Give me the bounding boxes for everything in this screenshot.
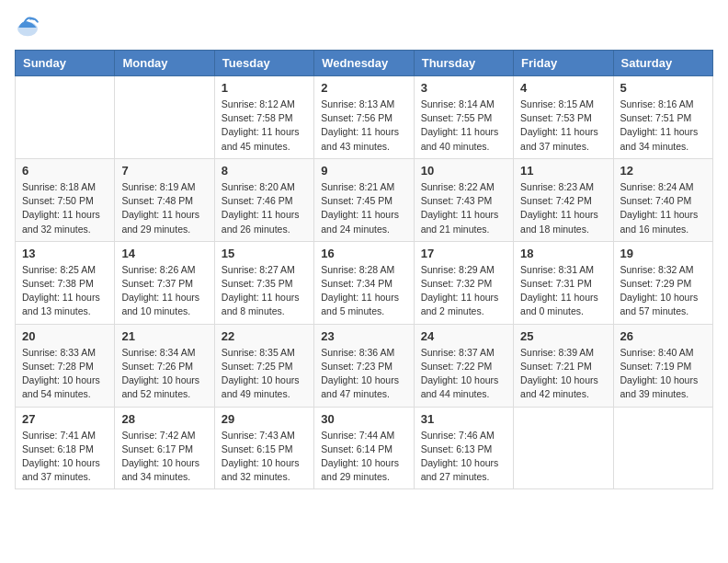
day-number: 9 xyxy=(321,164,406,178)
day-number: 13 xyxy=(22,247,108,260)
day-number: 22 xyxy=(222,329,307,343)
day-number: 4 xyxy=(520,81,606,95)
weekday-header-cell: Saturday xyxy=(613,51,712,76)
day-number: 1 xyxy=(222,81,307,95)
calendar-cell: 14Sunrise: 8:26 AMSunset: 7:37 PMDayligh… xyxy=(115,241,214,324)
cell-info: Sunrise: 8:29 AMSunset: 7:32 PMDaylight:… xyxy=(421,264,499,317)
day-number: 27 xyxy=(22,412,108,426)
calendar-cell xyxy=(16,76,115,159)
calendar-cell: 2Sunrise: 8:13 AMSunset: 7:56 PMDaylight… xyxy=(314,76,414,159)
calendar-cell: 4Sunrise: 8:15 AMSunset: 7:53 PMDaylight… xyxy=(514,76,613,159)
day-number: 16 xyxy=(321,247,406,260)
cell-info: Sunrise: 8:40 AMSunset: 7:19 PMDaylight:… xyxy=(620,347,699,400)
calendar-cell: 16Sunrise: 8:28 AMSunset: 7:34 PMDayligh… xyxy=(314,241,414,324)
cell-info: Sunrise: 7:46 AMSunset: 6:13 PMDaylight:… xyxy=(421,430,499,483)
calendar-cell: 27Sunrise: 7:41 AMSunset: 6:18 PMDayligh… xyxy=(16,407,115,489)
cell-info: Sunrise: 8:36 AMSunset: 7:23 PMDaylight:… xyxy=(321,347,399,400)
weekday-header-cell: Tuesday xyxy=(214,51,313,76)
calendar-cell: 21Sunrise: 8:34 AMSunset: 7:26 PMDayligh… xyxy=(115,324,214,407)
day-number: 25 xyxy=(520,329,606,343)
logo-icon xyxy=(15,15,40,40)
calendar-cell: 12Sunrise: 8:24 AMSunset: 7:40 PMDayligh… xyxy=(613,158,712,241)
day-number: 5 xyxy=(620,81,706,95)
weekday-header-cell: Monday xyxy=(115,51,214,76)
cell-info: Sunrise: 7:44 AMSunset: 6:14 PMDaylight:… xyxy=(321,430,399,483)
cell-info: Sunrise: 7:41 AMSunset: 6:18 PMDaylight:… xyxy=(22,430,100,483)
calendar-week-row: 6Sunrise: 8:18 AMSunset: 7:50 PMDaylight… xyxy=(16,158,713,241)
calendar-cell: 15Sunrise: 8:27 AMSunset: 7:35 PMDayligh… xyxy=(214,241,313,324)
calendar-cell xyxy=(613,407,712,489)
calendar-cell: 1Sunrise: 8:12 AMSunset: 7:58 PMDaylight… xyxy=(214,76,313,159)
cell-info: Sunrise: 7:42 AMSunset: 6:17 PMDaylight:… xyxy=(121,430,199,483)
calendar-cell: 24Sunrise: 8:37 AMSunset: 7:22 PMDayligh… xyxy=(414,324,513,407)
cell-info: Sunrise: 8:20 AMSunset: 7:46 PMDaylight:… xyxy=(222,181,300,235)
day-number: 10 xyxy=(421,164,506,178)
calendar-week-row: 20Sunrise: 8:33 AMSunset: 7:28 PMDayligh… xyxy=(16,324,713,407)
calendar-cell: 22Sunrise: 8:35 AMSunset: 7:25 PMDayligh… xyxy=(214,324,313,407)
calendar-cell: 23Sunrise: 8:36 AMSunset: 7:23 PMDayligh… xyxy=(314,324,414,407)
weekday-header-row: SundayMondayTuesdayWednesdayThursdayFrid… xyxy=(16,51,713,76)
calendar-cell: 31Sunrise: 7:46 AMSunset: 6:13 PMDayligh… xyxy=(414,407,513,489)
day-number: 29 xyxy=(222,412,307,426)
calendar-cell: 29Sunrise: 7:43 AMSunset: 6:15 PMDayligh… xyxy=(214,407,313,489)
cell-info: Sunrise: 8:21 AMSunset: 7:45 PMDaylight:… xyxy=(321,181,399,235)
calendar-cell: 7Sunrise: 8:19 AMSunset: 7:48 PMDaylight… xyxy=(115,158,214,241)
calendar-cell: 28Sunrise: 7:42 AMSunset: 6:17 PMDayligh… xyxy=(115,407,214,489)
calendar-cell: 8Sunrise: 8:20 AMSunset: 7:46 PMDaylight… xyxy=(214,158,313,241)
calendar-week-row: 27Sunrise: 7:41 AMSunset: 6:18 PMDayligh… xyxy=(16,407,713,489)
calendar-cell: 30Sunrise: 7:44 AMSunset: 6:14 PMDayligh… xyxy=(314,407,414,489)
day-number: 19 xyxy=(620,247,706,260)
cell-info: Sunrise: 8:37 AMSunset: 7:22 PMDaylight:… xyxy=(421,347,499,400)
day-number: 18 xyxy=(520,247,606,260)
calendar-cell: 18Sunrise: 8:31 AMSunset: 7:31 PMDayligh… xyxy=(514,241,613,324)
day-number: 17 xyxy=(421,247,506,260)
calendar-cell: 5Sunrise: 8:16 AMSunset: 7:51 PMDaylight… xyxy=(613,76,712,159)
cell-info: Sunrise: 8:27 AMSunset: 7:35 PMDaylight:… xyxy=(222,264,300,317)
weekday-header-cell: Wednesday xyxy=(314,51,414,76)
cell-info: Sunrise: 8:12 AMSunset: 7:58 PMDaylight:… xyxy=(222,98,300,152)
calendar-cell: 26Sunrise: 8:40 AMSunset: 7:19 PMDayligh… xyxy=(613,324,712,407)
day-number: 31 xyxy=(421,412,506,426)
weekday-header-cell: Friday xyxy=(514,51,613,76)
calendar-cell xyxy=(115,76,214,159)
logo xyxy=(15,15,44,40)
day-number: 12 xyxy=(620,164,706,178)
cell-info: Sunrise: 8:18 AMSunset: 7:50 PMDaylight:… xyxy=(22,181,100,235)
calendar-cell: 17Sunrise: 8:29 AMSunset: 7:32 PMDayligh… xyxy=(414,241,513,324)
cell-info: Sunrise: 8:25 AMSunset: 7:38 PMDaylight:… xyxy=(22,264,100,317)
cell-info: Sunrise: 8:28 AMSunset: 7:34 PMDaylight:… xyxy=(321,264,399,317)
day-number: 15 xyxy=(222,247,307,260)
weekday-header-cell: Thursday xyxy=(414,51,513,76)
cell-info: Sunrise: 8:16 AMSunset: 7:51 PMDaylight:… xyxy=(620,98,699,152)
day-number: 30 xyxy=(321,412,406,426)
cell-info: Sunrise: 8:31 AMSunset: 7:31 PMDaylight:… xyxy=(520,264,598,317)
calendar-cell: 10Sunrise: 8:22 AMSunset: 7:43 PMDayligh… xyxy=(414,158,513,241)
day-number: 23 xyxy=(321,329,406,343)
cell-info: Sunrise: 8:22 AMSunset: 7:43 PMDaylight:… xyxy=(421,181,499,235)
cell-info: Sunrise: 8:13 AMSunset: 7:56 PMDaylight:… xyxy=(321,98,399,152)
day-number: 6 xyxy=(22,164,108,178)
calendar-cell: 6Sunrise: 8:18 AMSunset: 7:50 PMDaylight… xyxy=(16,158,115,241)
day-number: 3 xyxy=(421,81,506,95)
cell-info: Sunrise: 8:35 AMSunset: 7:25 PMDaylight:… xyxy=(222,347,300,400)
day-number: 28 xyxy=(121,412,207,426)
day-number: 20 xyxy=(22,329,108,343)
calendar-cell xyxy=(514,407,613,489)
day-number: 7 xyxy=(121,164,207,178)
weekday-header-cell: Sunday xyxy=(16,51,115,76)
calendar-cell: 19Sunrise: 8:32 AMSunset: 7:29 PMDayligh… xyxy=(613,241,712,324)
calendar-table: SundayMondayTuesdayWednesdayThursdayFrid… xyxy=(15,50,713,489)
day-number: 2 xyxy=(321,81,406,95)
calendar-cell: 9Sunrise: 8:21 AMSunset: 7:45 PMDaylight… xyxy=(314,158,414,241)
cell-info: Sunrise: 8:19 AMSunset: 7:48 PMDaylight:… xyxy=(121,181,199,235)
cell-info: Sunrise: 8:34 AMSunset: 7:26 PMDaylight:… xyxy=(121,347,199,400)
cell-info: Sunrise: 8:39 AMSunset: 7:21 PMDaylight:… xyxy=(520,347,598,400)
calendar-week-row: 13Sunrise: 8:25 AMSunset: 7:38 PMDayligh… xyxy=(16,241,713,324)
day-number: 21 xyxy=(121,329,207,343)
calendar-cell: 3Sunrise: 8:14 AMSunset: 7:55 PMDaylight… xyxy=(414,76,513,159)
calendar-cell: 13Sunrise: 8:25 AMSunset: 7:38 PMDayligh… xyxy=(16,241,115,324)
cell-info: Sunrise: 8:24 AMSunset: 7:40 PMDaylight:… xyxy=(620,181,699,235)
cell-info: Sunrise: 8:26 AMSunset: 7:37 PMDaylight:… xyxy=(121,264,199,317)
calendar-cell: 20Sunrise: 8:33 AMSunset: 7:28 PMDayligh… xyxy=(16,324,115,407)
cell-info: Sunrise: 8:32 AMSunset: 7:29 PMDaylight:… xyxy=(620,264,699,317)
